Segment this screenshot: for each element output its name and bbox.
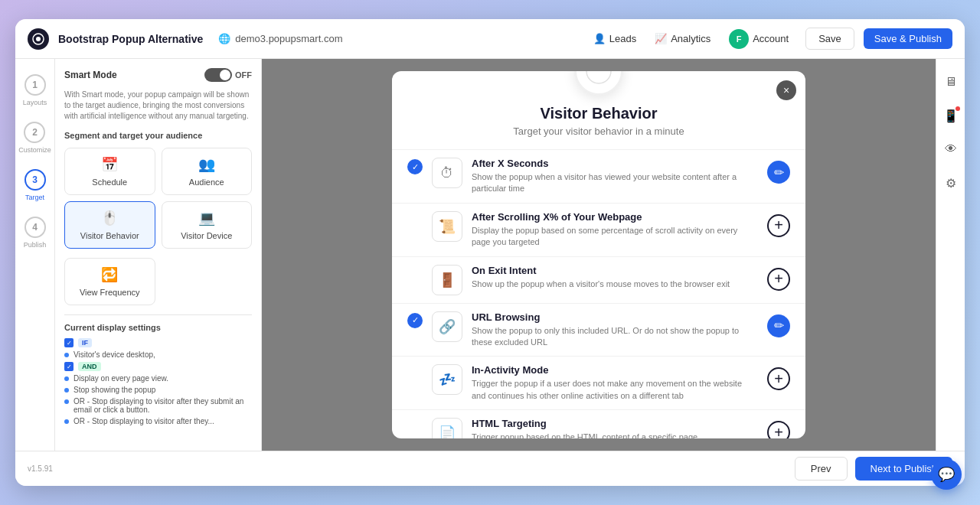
inactivity-icon: 💤	[432, 364, 462, 395]
step-1-circle: 1	[24, 74, 46, 96]
analytics-nav-item[interactable]: 📈 Analytics	[647, 28, 718, 49]
visitor-behavior-icon: 🖱️	[101, 210, 118, 226]
step-target[interactable]: 3 Target	[24, 169, 46, 201]
step-3-circle: 3	[24, 169, 46, 191]
visitor-behavior-item[interactable]: 🖱️ Visitor Behavior	[64, 201, 155, 249]
step-layouts[interactable]: 1 Layouts	[23, 74, 47, 106]
scroll-icon: 📜	[432, 211, 462, 242]
if-checkbox: ✓	[64, 338, 74, 347]
after-x-seconds-content: After X Seconds Show the popup when a vi…	[472, 158, 758, 195]
save-button[interactable]: Save	[805, 28, 854, 50]
view-frequency-item[interactable]: 🔁 View Frequency	[64, 258, 155, 305]
after-x-seconds-desc: Show the popup when a visitor has viewed…	[472, 171, 758, 195]
modal-title: Visitor Behavior	[392, 105, 805, 122]
bullet-dot-4	[64, 399, 69, 404]
modal-subtitle: Target your visitor behavior in a minute	[392, 125, 805, 137]
settings-icon[interactable]: ⚙	[940, 172, 962, 194]
footer: v1.5.91 Prev Next to Publish	[15, 451, 965, 486]
chat-support-button[interactable]: 💬	[931, 459, 962, 490]
step-4-circle: 4	[24, 217, 46, 238]
url-browsing-icon: 🔗	[432, 311, 462, 342]
behavior-exit-intent: ✓ 🚪 On Exit Intent Show up the popup whe…	[392, 256, 805, 303]
exit-intent-desc: Show up the popup when a visitor's mouse…	[472, 279, 758, 290]
step-2-label: Customize	[18, 146, 51, 154]
schedule-item[interactable]: 📅 Schedule	[64, 148, 155, 195]
svg-text:✦: ✦	[593, 71, 605, 80]
current-display-title: Current display settings	[64, 323, 252, 332]
smart-mode-row: Smart Mode OFF	[64, 68, 252, 82]
schedule-icon: 📅	[101, 156, 118, 173]
html-targeting-icon: 📄	[432, 418, 462, 438]
visitor-behavior-modal: ✦ × Visitor Behavior Target your visitor…	[392, 71, 805, 438]
exit-intent-title: On Exit Intent	[472, 265, 758, 276]
version-label: v1.5.91	[28, 464, 53, 473]
step-3-label: Target	[25, 194, 44, 201]
smart-mode-toggle[interactable]: OFF	[204, 68, 252, 82]
and-badge: AND	[78, 362, 101, 371]
html-targeting-add-btn[interactable]: +	[767, 421, 790, 438]
view-frequency-grid: 🔁 View Frequency	[64, 258, 252, 305]
condition-if: ✓ IF	[64, 338, 252, 347]
after-x-seconds-edit-btn[interactable]: ✏	[767, 161, 790, 184]
behavior-html-targeting: ✓ 📄 HTML Targeting Trigger popup based o…	[392, 409, 805, 438]
exit-intent-content: On Exit Intent Show up the popup when a …	[472, 265, 758, 290]
header-url: 🌐 demo3.popupsmart.com	[218, 33, 342, 44]
header: Bootstrap Popup Alternative 🌐 demo3.popu…	[15, 19, 965, 59]
footer-buttons: Prev Next to Publish	[795, 457, 952, 481]
right-toolbar: 🖥 📱 👁 ⚙	[936, 59, 965, 451]
preview-icon[interactable]: 👁	[940, 138, 962, 160]
smart-mode-label: Smart Mode	[64, 70, 117, 80]
users-icon: 👤	[593, 33, 606, 44]
after-x-seconds-title: After X Seconds	[472, 158, 758, 169]
app-title: Bootstrap Popup Alternative	[58, 33, 203, 45]
sidebar-steps: 1 Layouts 2 Customize 3 Target 4 Publish	[15, 59, 55, 451]
targeting-grid: 📅 Schedule 👥 Audience 🖱️ Visitor Behavio…	[64, 148, 252, 249]
inactivity-desc: Trigger the popup if a user does not mak…	[472, 378, 758, 402]
toggle-track[interactable]	[204, 68, 232, 82]
smart-mode-desc: With Smart mode, your popup campaign wil…	[64, 90, 252, 122]
leads-nav-item[interactable]: 👤 Leads	[586, 28, 644, 49]
bullet-dot-2	[64, 376, 69, 381]
account-nav-item[interactable]: F Account	[721, 24, 796, 54]
prev-button[interactable]: Prev	[795, 457, 848, 481]
modal-close-button[interactable]: ×	[776, 80, 796, 100]
desktop-view-icon[interactable]: 🖥	[940, 71, 962, 93]
step-4-label: Publish	[24, 241, 47, 249]
exit-intent-add-btn[interactable]: +	[767, 268, 790, 291]
visitor-device-icon: 💻	[198, 210, 215, 226]
step-customize[interactable]: 2 Customize	[18, 122, 51, 154]
current-display-section: Current display settings ✓ IF Visitor's …	[64, 314, 252, 425]
modal-overlay[interactable]: ✦ × Visitor Behavior Target your visitor…	[262, 59, 936, 451]
scroll-add-btn[interactable]: +	[767, 214, 790, 237]
bullet-dot-5	[64, 419, 69, 424]
header-nav: 👤 Leads 📈 Analytics F Account	[586, 24, 796, 54]
step-publish[interactable]: 4 Publish	[24, 217, 47, 249]
behavior-inactivity: ✓ 💤 In-Activity Mode Trigger the popup i…	[392, 356, 805, 409]
left-panel: Smart Mode OFF With Smart mode, your pop…	[55, 59, 262, 451]
visitor-device-item[interactable]: 💻 Visitor Device	[162, 201, 253, 249]
after-x-seconds-icon: ⏱	[432, 158, 462, 188]
step-1-label: Layouts	[23, 99, 47, 106]
segment-label: Segment and target your audience	[64, 131, 252, 140]
scroll-title: After Scrolling X% of Your Webpage	[472, 211, 758, 223]
globe-icon: 🌐	[218, 33, 230, 44]
svg-point-1	[36, 37, 41, 41]
app-logo	[28, 28, 49, 50]
inactivity-add-btn[interactable]: +	[767, 367, 790, 390]
html-targeting-desc: Trigger popup based on the HTML content …	[472, 432, 758, 438]
svg-point-2	[586, 71, 611, 83]
url-browsing-edit-btn[interactable]: ✏	[767, 314, 790, 337]
scroll-desc: Display the popup based on some percenta…	[472, 225, 758, 249]
mobile-indicator-dot	[956, 106, 960, 111]
html-targeting-title: HTML Targeting	[472, 418, 758, 429]
url-browsing-check: ✓	[407, 313, 423, 328]
bullet-dot-3	[64, 388, 69, 393]
mobile-view-icon[interactable]: 📱	[940, 105, 962, 126]
save-publish-button[interactable]: Save & Publish	[864, 28, 952, 49]
chart-icon: 📈	[655, 33, 667, 44]
audience-item[interactable]: 👥 Audience	[162, 148, 253, 195]
inactivity-content: In-Activity Mode Trigger the popup if a …	[472, 364, 758, 402]
body: 1 Layouts 2 Customize 3 Target 4 Publish…	[15, 59, 965, 451]
url-browsing-title: URL Browsing	[472, 311, 758, 323]
condition-stop: Stop showing the popup	[64, 386, 252, 394]
